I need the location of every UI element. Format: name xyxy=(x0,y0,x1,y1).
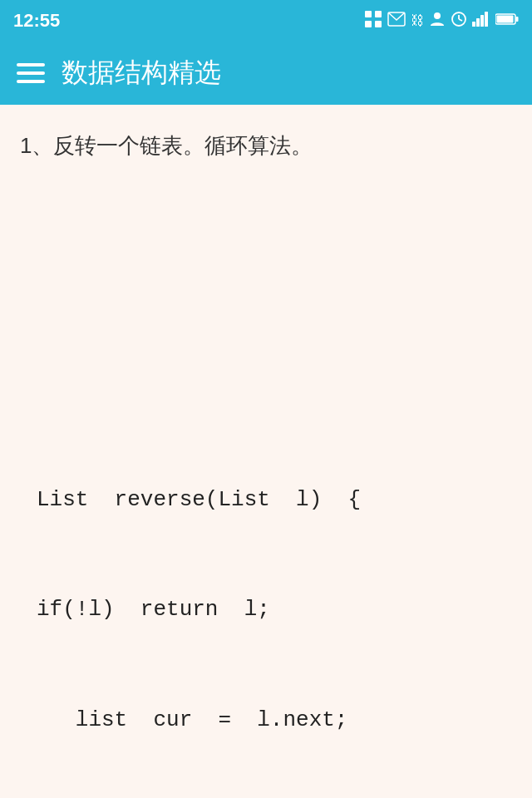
code-line-4: list cur = l.next; xyxy=(37,702,495,738)
code-block: List reverse(List l) { if(!l) return l; … xyxy=(20,179,512,798)
svg-rect-9 xyxy=(472,22,475,27)
status-bar: 12:55 ⛓ xyxy=(0,0,532,42)
code-line-2: List reverse(List l) { xyxy=(37,481,495,518)
menu-button[interactable] xyxy=(17,63,45,83)
status-icons: ⛓ xyxy=(364,10,519,32)
svg-rect-3 xyxy=(375,21,382,27)
svg-rect-2 xyxy=(365,21,372,27)
app-bar-title: 数据结构精选 xyxy=(62,55,221,91)
svg-point-5 xyxy=(434,12,441,19)
svg-line-8 xyxy=(459,19,462,21)
usb-icon: ⛓ xyxy=(411,13,424,28)
code-line-3: if(!l) return l; xyxy=(37,591,495,628)
page-title: 1、反转一个链表。循环算法。 xyxy=(20,130,512,162)
svg-rect-11 xyxy=(480,15,484,27)
svg-rect-12 xyxy=(485,12,488,27)
svg-rect-0 xyxy=(365,11,372,17)
code-line-1 xyxy=(37,371,495,407)
app-bar: 数据结构精选 xyxy=(0,42,532,105)
email-icon xyxy=(387,12,406,30)
person-icon xyxy=(429,11,446,31)
status-time: 12:55 xyxy=(13,10,60,32)
svg-rect-15 xyxy=(516,17,519,22)
hamburger-line-3 xyxy=(17,80,45,83)
svg-rect-1 xyxy=(375,11,382,17)
battery-icon xyxy=(495,12,519,29)
signal-icon xyxy=(472,12,490,30)
clock-icon xyxy=(451,11,467,31)
svg-rect-14 xyxy=(497,16,514,23)
hamburger-line-2 xyxy=(17,71,45,75)
svg-rect-10 xyxy=(476,18,480,27)
content-area: 1、反转一个链表。循环算法。 List reverse(List l) { if… xyxy=(0,105,532,798)
hamburger-line-1 xyxy=(17,63,45,66)
grid-icon xyxy=(364,10,382,32)
code-line-0 xyxy=(37,260,495,297)
